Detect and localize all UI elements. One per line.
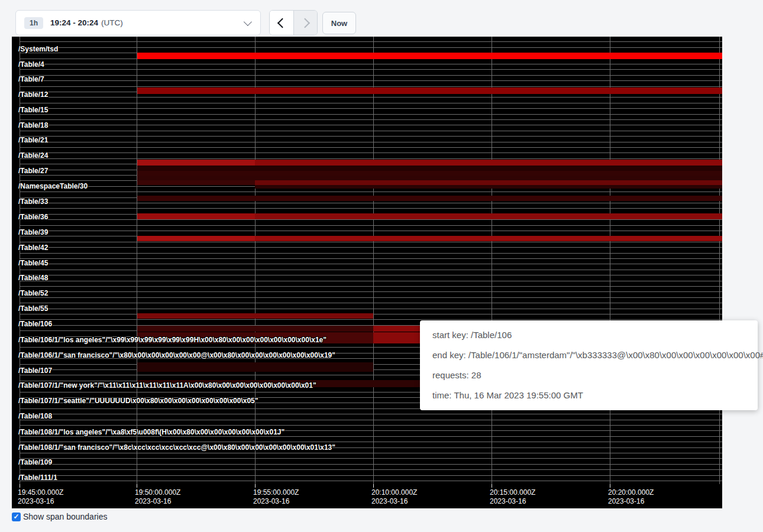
row-label: /Table/7 [18,75,44,83]
heat-band [137,87,722,94]
row-label: /Table/15 [18,106,48,114]
row-label: /Table/21 [18,136,48,144]
time-nav-group [269,10,318,35]
heat-band [255,236,722,241]
axis-tick [20,484,20,488]
row-label: /Table/106/1/"los angeles"/"\x99\x99\x99… [18,336,326,344]
heat-band [137,166,722,171]
column-grid-line [719,37,720,484]
range-text: 19:24 - 20:24 [50,18,98,27]
hover-tooltip: start key: /Table/106 end key: /Table/10… [420,320,758,410]
key-visualizer-canvas[interactable]: /System/tsd/Table/4/Table/7/Table/12/Tab… [12,37,722,508]
column-grid-line [492,37,492,484]
axis-tick [137,484,137,488]
row-label: /Table/107 [18,366,52,375]
x-axis-label: 19:45:00.000Z2023-03-16 [18,488,63,506]
toolbar: 1h 19:24 - 20:24 (UTC) Now [0,0,763,37]
tooltip-requests: requests: 28 [432,371,748,379]
heat-band [255,160,722,166]
heat-band [137,326,373,332]
x-axis-label: 20:10:00.000Z2023-03-16 [371,488,417,506]
heat-band [137,171,722,176]
show-span-boundaries-label: Show span boundaries [23,512,107,521]
row-label: /Table/106/1/"san francisco"/"\x80\x00\x… [18,351,335,359]
key-visualizer-page: 1h 19:24 - 20:24 (UTC) Now /System/tsd/T… [0,0,763,532]
row-label: /Table/106 [18,320,52,328]
chevron-right-icon [300,18,310,28]
heat-band [137,176,722,180]
heat-band [137,213,255,219]
show-span-boundaries-control[interactable]: ✓ Show span boundaries [12,512,107,521]
heat-band [255,185,722,189]
row-label: /Table/52 [18,289,48,297]
axis-tick [255,484,256,488]
axis-tick [373,484,374,488]
heat-band [255,213,722,219]
heat-band [137,236,255,241]
heat-band [137,196,722,201]
row-label: /Table/48 [18,274,48,282]
axis-tick [610,484,610,488]
chevron-left-icon [277,18,287,28]
now-button[interactable]: Now [322,12,356,34]
row-label: /NamespaceTable/30 [18,182,88,190]
row-label: /Table/111/1 [18,473,57,482]
heat-band [137,160,255,166]
row-label: /Table/107/1/"seattle"/"UUUUUUD\x00\x80\… [18,397,258,405]
row-label: /Table/4 [18,60,44,69]
row-label: /Table/18 [18,121,48,129]
row-label: /System/tsd [18,45,58,53]
column-grid-line [137,37,137,484]
x-axis-label: 20:20:00.000Z2023-03-16 [608,488,654,506]
heat-band [137,180,255,185]
next-range-button[interactable] [293,11,317,35]
row-label: /Table/108/1/"san francisco"/"\x8c\xcc\x… [18,443,335,452]
x-axis-label: 19:55:00.000Z2023-03-16 [253,488,299,506]
x-axis-label: 20:15:00.000Z2023-03-16 [490,488,535,506]
x-axis: 19:45:00.000Z2023-03-1619:50:00.000Z2023… [12,484,722,508]
show-span-boundaries-checkbox[interactable]: ✓ [12,512,21,521]
axis-tick [492,484,492,488]
span-boundary-lines [20,37,722,484]
row-label: /Table/108/1/"los angeles"/"\xa8\xf5\u00… [18,428,284,436]
row-label: /Table/107/1/"new york"/"\x11\x11\x11\x1… [18,381,316,390]
tooltip-start-key: start key: /Table/106 [432,330,748,339]
column-grid-line [255,37,256,484]
row-label: /Table/24 [18,151,48,160]
tooltip-end-key: end key: /Table/106/1/"amsterdam"/"\xb33… [432,351,748,359]
prev-range-button[interactable] [270,11,293,35]
row-label: /Table/27 [18,167,48,175]
column-grid-line [373,37,374,484]
heat-band [137,362,373,372]
row-label: /Table/108 [18,412,52,420]
row-label: /Table/42 [18,244,48,252]
range-duration-badge: 1h [24,17,43,29]
heat-band [255,180,722,185]
column-grid-line [610,37,610,484]
row-label: /Table/45 [18,259,48,267]
x-axis-label: 19:50:00.000Z2023-03-16 [135,488,180,506]
time-range-dropdown[interactable]: 1h 19:24 - 20:24 (UTC) [15,10,261,35]
chevron-down-icon [244,17,252,25]
row-label: /Table/12 [18,90,48,99]
row-label: /Table/33 [18,197,48,206]
row-label: /Table/39 [18,228,48,236]
heat-band [137,53,722,59]
row-label: /Table/55 [18,304,48,313]
row-label: /Table/109 [18,458,52,466]
heat-band [137,313,373,319]
row-label: /Table/36 [18,213,48,221]
tooltip-time: time: Thu, 16 Mar 2023 19:55:00 GMT [432,391,748,400]
range-utc-suffix: (UTC) [101,18,123,27]
